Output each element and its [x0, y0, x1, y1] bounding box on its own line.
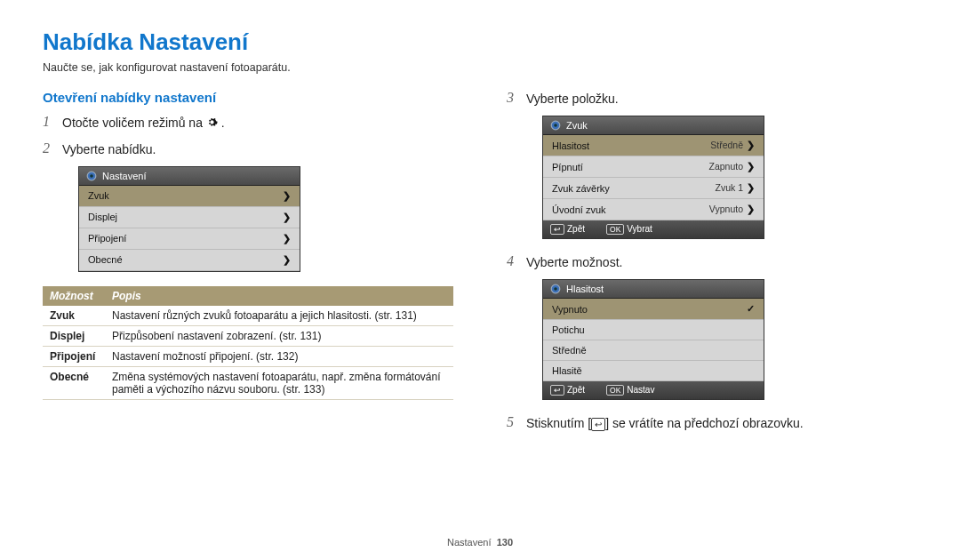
- lcd-title: Nastavení: [102, 171, 147, 181]
- ok-key-icon: OK: [606, 224, 624, 235]
- check-icon: ✓: [747, 303, 755, 315]
- dial-icon: [86, 171, 97, 181]
- gear-icon: [206, 115, 218, 133]
- menu-row-obecne[interactable]: Obecné❯: [79, 250, 300, 271]
- step-number: 5: [507, 414, 519, 430]
- step-number: 2: [43, 140, 55, 156]
- lcd-header: Zvuk: [543, 116, 764, 135]
- menu-row-zvuk-zaverky[interactable]: Zvuk závěrkyZvuk 1❯: [543, 178, 764, 199]
- step-number: 1: [43, 114, 55, 130]
- back-key-icon: ↩: [550, 385, 564, 396]
- svg-point-5: [554, 287, 557, 291]
- footer-back: ↩Zpět: [550, 385, 585, 396]
- svg-point-3: [554, 124, 557, 127]
- step-text: Vyberte nabídku.: [62, 140, 156, 159]
- chevron-right-icon: ❯: [283, 212, 291, 223]
- dial-icon: [550, 284, 561, 294]
- footer-ok: OKNastav: [606, 385, 654, 396]
- footer-ok: OKVybrat: [606, 224, 652, 235]
- menu-row-displej[interactable]: Displej❯: [79, 207, 300, 228]
- footer-back: ↩Zpět: [550, 224, 585, 235]
- page-footer: Nastavení 130: [0, 537, 960, 548]
- lcd-header: Nastavení: [79, 167, 300, 186]
- menu-row-pripojeni[interactable]: Připojení❯: [79, 228, 300, 250]
- chevron-right-icon: ❯: [747, 204, 755, 214]
- step-text: Otočte voličem režimů na .: [62, 114, 225, 133]
- step-number: 3: [507, 90, 519, 106]
- lcd-menu-main: Nastavení Zvuk❯ Displej❯ Připojení❯ Obec…: [78, 166, 300, 272]
- step-3: 3 Vyberte položku.: [507, 90, 917, 108]
- lcd-menu-zvuk: Zvuk HlasitostStředně❯ PípnutíZapnuto❯ Z…: [542, 116, 764, 239]
- table-head-desc: Popis: [105, 286, 453, 306]
- options-table: Možnost Popis ZvukNastavení různých zvuk…: [43, 286, 453, 400]
- lcd-title: Hlasitost: [566, 284, 604, 294]
- option-stredne[interactable]: Středně: [543, 340, 764, 361]
- chevron-right-icon: ❯: [283, 254, 291, 266]
- step-number: 4: [507, 253, 519, 269]
- svg-point-1: [90, 174, 93, 178]
- right-column: 3 Vyberte položku. Zvuk HlasitostStředně…: [507, 90, 917, 440]
- lcd-footer: ↩Zpět OKVybrat: [543, 220, 764, 238]
- menu-row-zvuk[interactable]: Zvuk❯: [79, 186, 300, 207]
- menu-row-pipnuti[interactable]: PípnutíZapnuto❯: [543, 156, 764, 178]
- dial-icon: [550, 120, 561, 131]
- chevron-right-icon: ❯: [747, 161, 755, 172]
- chevron-right-icon: ❯: [747, 182, 755, 193]
- back-icon: ↩: [591, 418, 605, 431]
- option-potichu[interactable]: Potichu: [543, 320, 764, 340]
- table-row: ZvukNastavení různých zvuků fotoaparátu …: [43, 306, 453, 326]
- menu-row-uvodni-zvuk[interactable]: Úvodní zvukVypnuto❯: [543, 199, 764, 220]
- lcd-title: Zvuk: [566, 120, 588, 131]
- step-text: Vyberte možnost.: [526, 253, 622, 272]
- step-text: Vyberte položku.: [526, 90, 619, 108]
- lcd-header: Hlasitost: [543, 280, 764, 299]
- chevron-right-icon: ❯: [283, 233, 291, 244]
- step-4: 4 Vyberte možnost.: [507, 253, 917, 272]
- left-column: Otevření nabídky nastavení 1 Otočte voli…: [43, 90, 453, 440]
- ok-key-icon: OK: [606, 385, 624, 396]
- chevron-right-icon: ❯: [283, 190, 291, 202]
- page-title: Nabídka Nastavení: [43, 28, 917, 56]
- table-row: DisplejPřizpůsobení nastavení zobrazení.…: [43, 325, 453, 346]
- page-subtitle: Naučte se, jak konfigurovat nastavení fo…: [43, 61, 917, 74]
- section-heading: Otevření nabídky nastavení: [43, 90, 453, 105]
- option-vypnuto[interactable]: Vypnuto✓: [543, 299, 764, 320]
- lcd-footer: ↩Zpět OKNastav: [543, 381, 764, 399]
- menu-row-hlasitost[interactable]: HlasitostStředně❯: [543, 135, 764, 156]
- option-hlasite[interactable]: Hlasitě: [543, 361, 764, 381]
- step-text: Stisknutím [↩] se vrátíte na předchozí o…: [526, 414, 804, 433]
- table-row: ObecnéZměna systémových nastavení fotoap…: [43, 366, 453, 399]
- lcd-menu-hlasitost: Hlasitost Vypnuto✓ Potichu Středně Hlasi…: [542, 279, 764, 400]
- table-head-option: Možnost: [43, 286, 105, 306]
- step-2: 2 Vyberte nabídku.: [43, 140, 453, 159]
- step-5: 5 Stisknutím [↩] se vrátíte na předchozí…: [507, 414, 917, 433]
- chevron-right-icon: ❯: [747, 140, 755, 150]
- step-1: 1 Otočte voličem režimů na .: [43, 114, 453, 133]
- table-row: PřipojeníNastavení možností připojení. (…: [43, 346, 453, 366]
- back-key-icon: ↩: [550, 224, 564, 235]
